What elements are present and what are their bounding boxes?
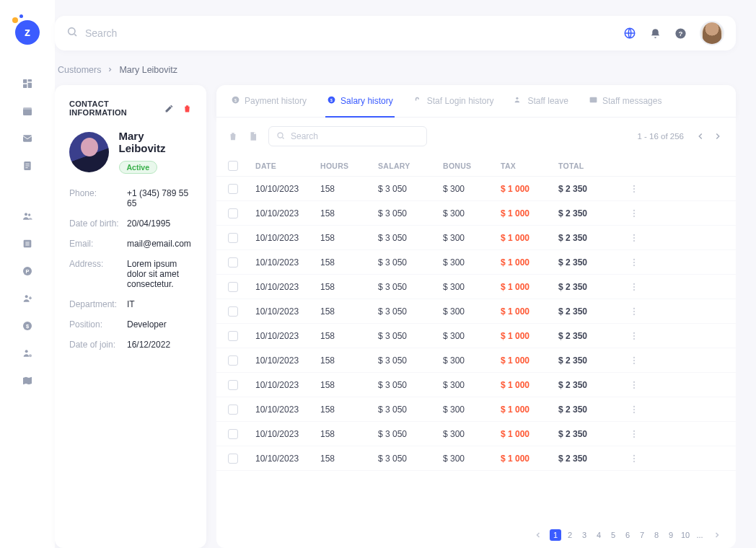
rail-dashboard[interactable] <box>17 74 38 94</box>
svg-point-59 <box>633 430 635 431</box>
cell-total: $ 2 350 <box>558 355 623 366</box>
svg-text:P: P <box>26 268 30 275</box>
tab-label: Staf Login history <box>427 96 494 106</box>
rail-calendar[interactable] <box>17 101 38 121</box>
table-search-input[interactable] <box>291 131 419 141</box>
page-4[interactable]: 4 <box>593 529 605 541</box>
breadcrumb: Customers Mary Leibovitz <box>58 65 736 75</box>
page-...[interactable]: ... <box>694 529 706 541</box>
tab-staf-login-history[interactable]: Staf Login history <box>412 85 496 117</box>
page-10[interactable]: 10 <box>680 529 691 541</box>
svg-point-28 <box>278 133 283 138</box>
page-1[interactable]: 1 <box>550 529 561 541</box>
user-avatar[interactable] <box>700 21 724 45</box>
row-checkbox[interactable] <box>228 257 238 268</box>
svg-rect-6 <box>23 135 32 141</box>
rail-mail[interactable] <box>17 128 38 149</box>
row-checkbox[interactable] <box>228 429 238 439</box>
page-3[interactable]: 3 <box>579 529 590 541</box>
help-icon[interactable]: ? <box>674 27 687 40</box>
row-checkbox[interactable] <box>228 184 238 194</box>
tab-staff-leave[interactable]: Staff leave <box>512 85 569 117</box>
table-row: 10/10/2023 158 $ 3 050 $ 300 $ 1 000 $ 2… <box>216 299 736 324</box>
row-menu-button[interactable] <box>623 233 645 243</box>
global-search-input[interactable] <box>85 27 229 39</box>
cell-hours: 158 <box>320 282 378 292</box>
page-prev[interactable] <box>694 130 707 143</box>
tab-icon <box>589 95 598 107</box>
rail-currency[interactable]: P <box>17 261 38 281</box>
export-button[interactable] <box>248 131 258 141</box>
bell-icon[interactable] <box>649 27 662 40</box>
row-menu-button[interactable] <box>623 429 645 439</box>
cell-date: 10/10/2023 <box>255 380 320 390</box>
info-key: Phone: <box>69 188 121 208</box>
row-menu-button[interactable] <box>623 208 645 218</box>
cell-hours: 158 <box>320 429 378 439</box>
pagination-next[interactable] <box>710 531 724 539</box>
cell-tax: $ 1 000 <box>501 355 558 366</box>
rail-users[interactable] <box>17 206 38 226</box>
table-row: 10/10/2023 158 $ 3 050 $ 300 $ 1 000 $ 2… <box>216 446 736 471</box>
tab-salary-history[interactable]: $Salary history <box>325 85 395 117</box>
rail-money[interactable]: $ <box>17 316 38 336</box>
page-2[interactable]: 2 <box>564 529 576 541</box>
row-checkbox[interactable] <box>228 208 238 218</box>
table-row: 10/10/2023 158 $ 3 050 $ 300 $ 1 000 $ 2… <box>216 226 736 250</box>
row-menu-button[interactable] <box>623 257 645 268</box>
rail-person-settings[interactable] <box>17 343 38 363</box>
svg-point-54 <box>633 384 635 385</box>
row-menu-button[interactable] <box>623 282 645 292</box>
page-9[interactable]: 9 <box>665 529 677 541</box>
row-menu-button[interactable] <box>623 184 645 194</box>
row-checkbox[interactable] <box>228 306 238 317</box>
edit-button[interactable] <box>164 104 174 113</box>
row-checkbox[interactable] <box>228 454 238 464</box>
page-5[interactable]: 5 <box>607 529 619 541</box>
pagination-prev[interactable] <box>531 531 545 539</box>
svg-point-32 <box>633 209 635 211</box>
breadcrumb-root[interactable]: Customers <box>58 65 101 75</box>
rail-user-add[interactable] <box>17 288 38 309</box>
page-8[interactable]: 8 <box>651 529 662 541</box>
contact-avatar <box>69 132 109 172</box>
row-checkbox[interactable] <box>228 405 238 415</box>
bulk-delete-button[interactable] <box>228 131 238 141</box>
cell-hours: 158 <box>320 331 378 341</box>
delete-button[interactable] <box>183 104 192 113</box>
row-menu-button[interactable] <box>623 306 645 317</box>
cell-total: $ 2 350 <box>558 331 623 341</box>
info-value: 20/04/1995 <box>127 218 192 229</box>
cell-date: 10/10/2023 <box>255 454 320 464</box>
page-next[interactable] <box>711 130 724 143</box>
page-7[interactable]: 7 <box>636 529 648 541</box>
row-menu-button[interactable] <box>623 380 645 390</box>
cell-bonus: $ 300 <box>443 208 501 218</box>
cell-tax: $ 1 000 <box>501 429 558 439</box>
globe-icon[interactable] <box>623 27 636 40</box>
row-checkbox[interactable] <box>228 355 238 366</box>
row-menu-button[interactable] <box>623 454 645 464</box>
svg-rect-1 <box>28 79 32 81</box>
info-key: Position: <box>69 319 121 330</box>
app-logo: z <box>15 20 40 45</box>
row-checkbox[interactable] <box>228 282 238 292</box>
cell-hours: 158 <box>320 306 378 317</box>
row-checkbox[interactable] <box>228 380 238 390</box>
row-checkbox[interactable] <box>228 233 238 243</box>
page-6[interactable]: 6 <box>622 529 633 541</box>
cell-tax: $ 1 000 <box>501 380 558 390</box>
tab-staff-messages[interactable]: Staff messages <box>587 85 664 117</box>
svg-text:?: ? <box>679 30 683 37</box>
svg-point-49 <box>633 338 635 340</box>
select-all-checkbox[interactable] <box>228 161 238 171</box>
rail-list[interactable] <box>17 234 38 254</box>
row-menu-button[interactable] <box>623 355 645 366</box>
rail-map[interactable] <box>17 371 38 391</box>
row-menu-button[interactable] <box>623 405 645 415</box>
tab-payment-history[interactable]: $Payment history <box>229 85 308 117</box>
rail-notes[interactable] <box>17 156 38 176</box>
tab-label: Staff messages <box>602 96 662 106</box>
row-menu-button[interactable] <box>623 331 645 341</box>
row-checkbox[interactable] <box>228 331 238 341</box>
